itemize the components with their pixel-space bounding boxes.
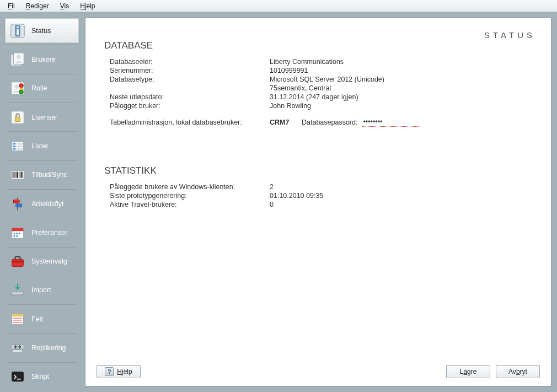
sidebar-item-status[interactable]: Status: [4, 18, 79, 44]
menu-edit[interactable]: Rediger: [22, 1, 53, 11]
svg-rect-23: [13, 172, 13, 178]
db-serial-value: 1010999991: [270, 67, 535, 74]
calendar-icon: [9, 224, 26, 241]
svg-rect-37: [19, 233, 20, 234]
db-serial-label: Serienummer:: [104, 67, 270, 74]
stat-travel-label: Aktive Travel-brukere:: [104, 201, 270, 208]
sidebar-item-label: Status: [31, 27, 51, 35]
sidebar-item-systemvalg[interactable]: Systemvalg: [4, 249, 79, 275]
svg-rect-50: [13, 350, 23, 353]
stat-logged-label: Påloggede brukere av Windows-klienten:: [104, 183, 270, 191]
list-icon: [9, 138, 26, 154]
workspace: Status Brukere Rolle Lisenser: [0, 12, 557, 392]
db-expiry-value: 31.12.2014 (247 dager igjen): [270, 93, 535, 101]
stat-travel-value: 0: [270, 201, 535, 208]
db-owner-value: Liberty Communications: [270, 58, 535, 66]
sidebar-item-lister[interactable]: Lister: [4, 133, 79, 159]
svg-rect-25: [15, 172, 15, 178]
section-statistics-heading: STATISTIKK: [104, 165, 535, 176]
svg-rect-24: [14, 172, 15, 178]
terminal-icon: [9, 368, 26, 385]
svg-rect-30: [21, 172, 22, 178]
db-expiry-label: Neste utløpsdato:: [104, 93, 270, 101]
svg-rect-40: [12, 259, 24, 266]
sidebar-item-label: Lister: [31, 142, 49, 150]
svg-rect-20: [13, 148, 16, 150]
sidebar-item-import[interactable]: Import: [4, 277, 79, 303]
db-password-input[interactable]: [362, 117, 421, 127]
sidebar-item-felt[interactable]: Felt: [4, 306, 79, 332]
save-button[interactable]: Lagre: [446, 365, 490, 378]
svg-rect-43: [12, 292, 24, 294]
svg-point-9: [14, 85, 19, 89]
sidebar-item-tilbud[interactable]: Tilbud/Sync: [4, 162, 79, 188]
svg-rect-16: [13, 143, 16, 144]
sidebar-item-label: Tilbud/Sync: [31, 171, 67, 179]
import-icon: [9, 282, 26, 298]
svg-rect-26: [16, 172, 17, 178]
db-type-value-1: Microsoft SQL Server 2012 (Unicode): [270, 76, 535, 83]
svg-rect-27: [17, 172, 18, 178]
sidebar-item-label: Replikering: [31, 344, 66, 352]
sidebar-item-replikering[interactable]: Replikering: [4, 335, 79, 361]
svg-rect-12: [20, 88, 23, 90]
svg-rect-39: [16, 235, 18, 237]
sidebar-item-brukere[interactable]: Brukere: [4, 46, 79, 72]
sidebar-item-label: Felt: [31, 315, 43, 323]
sidebar-item-rolle[interactable]: Rolle: [4, 76, 79, 101]
db-type-label: Databasetype:: [104, 76, 270, 83]
svg-rect-29: [20, 172, 20, 178]
svg-rect-14: [15, 117, 20, 121]
stat-logged-value: 2: [270, 183, 535, 191]
signpost-icon: [9, 196, 26, 212]
svg-rect-51: [12, 372, 24, 382]
sidebar-item-skript[interactable]: Skript: [4, 364, 79, 390]
menu-view[interactable]: Vis: [56, 1, 73, 11]
svg-rect-19: [17, 146, 22, 147]
svg-rect-21: [17, 148, 22, 150]
content-wrap: STATUS DATABASE Databaseeier:Liberty Com…: [82, 15, 557, 392]
sidebar-item-label: Arbeidsflyt: [31, 200, 63, 208]
svg-rect-3: [17, 29, 19, 35]
svg-rect-41: [12, 261, 24, 262]
svg-rect-34: [12, 228, 24, 231]
toolbox-icon: [9, 253, 26, 270]
menu-help[interactable]: Hjelp: [76, 1, 99, 11]
svg-point-11: [19, 90, 24, 94]
svg-rect-18: [13, 146, 16, 147]
svg-rect-17: [17, 143, 22, 144]
sidebar-item-label: Rolle: [31, 84, 47, 92]
sidebar-item-label: Brukere: [31, 56, 56, 63]
section-database-heading: DATABASE: [104, 40, 535, 51]
lock-icon: [9, 109, 26, 126]
help-icon: ?: [105, 367, 114, 376]
info-icon: [9, 23, 26, 39]
db-type-value-2: 75semantix, Central: [270, 84, 535, 92]
sidebar-item-arbeidsflyt[interactable]: Arbeidsflyt: [4, 191, 79, 217]
svg-rect-38: [14, 235, 15, 237]
cancel-button[interactable]: Avbryt: [496, 365, 540, 378]
content-panel: STATUS DATABASE Databaseeier:Liberty Com…: [85, 18, 551, 386]
sidebar-item-lisenser[interactable]: Lisenser: [4, 104, 79, 130]
sidebar-item-label: Preferanser: [31, 229, 67, 237]
role-icon: [9, 80, 26, 96]
db-user-label: Pålogget bruker:: [104, 102, 270, 110]
svg-point-7: [17, 55, 21, 60]
barcode-icon: [9, 167, 26, 183]
menubar: Fil Rediger Vis Hjelp: [0, 0, 557, 12]
users-icon: [9, 51, 26, 68]
sidebar-item-label: Skript: [31, 373, 49, 380]
stat-proto-label: Siste prototypgenerering:: [104, 192, 270, 200]
sidebar: Status Brukere Rolle Lisenser: [0, 15, 82, 392]
sidebar-item-preferanser[interactable]: Preferanser: [4, 219, 79, 245]
stat-proto-value: 01.10.2010 09:35: [270, 192, 535, 200]
svg-point-10: [19, 84, 24, 88]
help-button[interactable]: ? Hjelp: [97, 365, 141, 378]
db-owner-label: Databaseeier:: [104, 58, 270, 66]
sidebar-item-label: Import: [31, 286, 51, 294]
sidebar-item-label: Systemvalg: [31, 257, 67, 265]
svg-point-2: [17, 26, 19, 28]
menu-file[interactable]: Fil: [3, 1, 19, 11]
db-password-label: Databasepassord:: [302, 119, 357, 126]
db-user-value: John Rowling: [270, 102, 535, 110]
